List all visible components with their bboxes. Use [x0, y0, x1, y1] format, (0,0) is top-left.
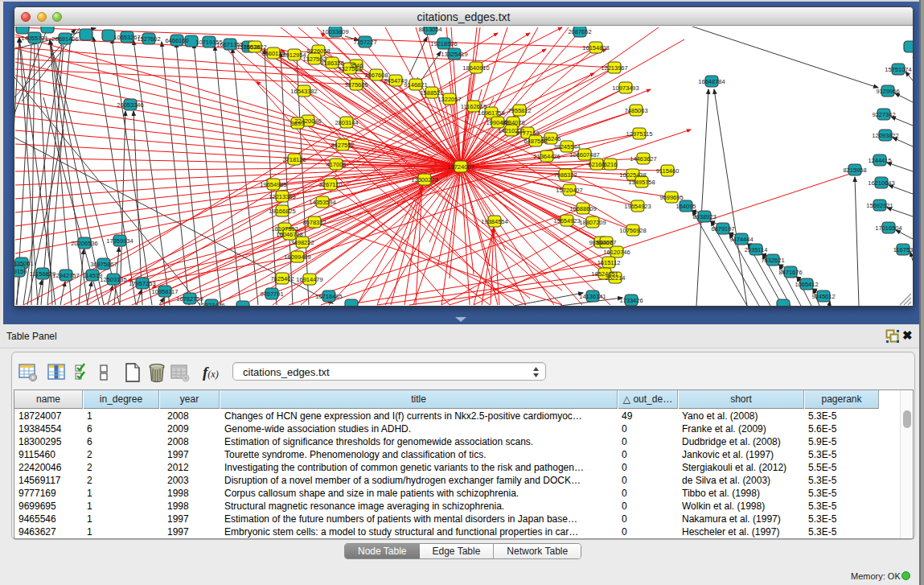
svg-text:10033809: 10033809: [322, 28, 348, 35]
svg-text:12323446: 12323446: [198, 302, 224, 306]
svg-text:19218506: 19218506: [430, 40, 457, 47]
svg-text:19654985: 19654985: [260, 181, 286, 188]
svg-text:21364436: 21364436: [533, 153, 560, 160]
svg-text:12975115: 12975115: [626, 130, 653, 138]
svg-text:12503135: 12503135: [100, 276, 126, 283]
svg-text:8471676: 8471676: [778, 269, 802, 276]
svg-text:746246: 746246: [540, 135, 561, 142]
svg-text:11156829: 11156829: [30, 270, 55, 278]
svg-text:30975867: 30975867: [90, 261, 117, 268]
svg-text:164095: 164095: [676, 203, 696, 210]
svg-text:15751074: 15751074: [885, 66, 911, 73]
svg-text:16210643: 16210643: [868, 179, 894, 187]
svg-text:834067: 834067: [596, 239, 616, 246]
svg-text:18724007: 18724007: [447, 163, 474, 171]
svg-text:14463627: 14463627: [630, 155, 656, 163]
svg-text:252214: 252214: [605, 274, 625, 282]
svg-text:17359934: 17359934: [106, 237, 133, 245]
svg-text:7986322: 7986322: [553, 171, 577, 179]
svg-text:8427552: 8427552: [331, 142, 354, 149]
svg-text:39159: 39159: [14, 268, 27, 275]
svg-text:8215958: 8215958: [843, 167, 866, 174]
svg-text:9457791: 9457791: [260, 290, 283, 298]
svg-text:7955812: 7955812: [507, 107, 531, 114]
svg-text:16154808: 16154808: [582, 44, 609, 51]
svg-text:10025438: 10025438: [619, 171, 646, 179]
svg-text:16648784: 16648784: [698, 78, 725, 85]
svg-text:108607487: 108607487: [569, 151, 600, 159]
svg-text:1244415: 1244415: [868, 157, 891, 164]
svg-text:14055721: 14055721: [21, 35, 47, 42]
svg-text:19654923: 19654923: [624, 203, 651, 210]
svg-text:417006: 417006: [326, 161, 346, 168]
svg-text:8813054: 8813054: [418, 27, 441, 33]
svg-text:12213369: 12213369: [269, 193, 295, 200]
svg-text:16914479: 16914479: [296, 276, 322, 283]
svg-text:9474444: 9474444: [729, 236, 753, 243]
svg-text:9115460: 9115460: [656, 167, 680, 175]
svg-text:14136141: 14136141: [579, 293, 606, 300]
svg-text:6466160: 6466160: [165, 37, 188, 44]
svg-text:13325419: 13325419: [441, 51, 467, 58]
svg-text:18807209: 18807209: [579, 219, 606, 226]
svg-text:2087652: 2087652: [568, 28, 591, 35]
svg-text:13300273: 13300273: [411, 176, 437, 183]
svg-text:9245612: 9245612: [811, 293, 835, 300]
svg-text:12093822: 12093822: [872, 132, 898, 139]
svg-text:7485063: 7485063: [624, 107, 647, 114]
svg-text:12942757: 12942757: [52, 272, 79, 279]
svg-text:20053346: 20053346: [117, 101, 143, 109]
svg-text:8678332: 8678332: [302, 219, 326, 226]
svg-text:9734078: 9734078: [501, 119, 524, 126]
svg-text:20691406: 20691406: [51, 35, 78, 43]
svg-text:9660124: 9660124: [261, 50, 285, 57]
svg-text:2335061: 2335061: [14, 260, 34, 267]
svg-text:1733426: 1733426: [619, 297, 643, 304]
svg-text:1065412: 1065412: [795, 281, 818, 288]
svg-text:6216: 6216: [604, 161, 618, 168]
svg-text:19166825: 19166825: [269, 208, 295, 215]
svg-text:14353594: 14353594: [309, 199, 335, 206]
svg-text:6879197: 6879197: [711, 225, 734, 233]
svg-text:7625402: 7625402: [270, 275, 294, 282]
svg-text:19384554: 19384554: [481, 218, 507, 225]
svg-text:15692921: 15692921: [866, 202, 893, 209]
svg-text:17016504: 17016504: [875, 225, 901, 232]
svg-text:9899: 9899: [291, 120, 305, 127]
svg-text:17957253: 17957253: [129, 280, 155, 287]
svg-text:12213967: 12213967: [601, 64, 627, 72]
svg-text:20206536: 20206536: [71, 240, 97, 247]
svg-text:10756928: 10756928: [619, 227, 646, 234]
svg-text:9146821: 9146821: [404, 81, 427, 89]
svg-text:9699695: 9699695: [659, 194, 683, 201]
svg-text:62160: 62160: [589, 161, 606, 168]
svg-text:19654923: 19654923: [553, 217, 580, 225]
svg-text:15716485: 15716485: [315, 293, 342, 300]
svg-text:7632621: 7632621: [761, 257, 784, 264]
svg-text:16120746: 16120746: [603, 249, 630, 256]
svg-text:18640910: 18640910: [462, 64, 489, 72]
svg-text:16961758: 16961758: [478, 109, 504, 117]
svg-text:1615112: 1615112: [598, 259, 621, 266]
svg-text:16046798: 16046798: [276, 231, 302, 238]
svg-text:13495758: 13495758: [628, 179, 655, 186]
svg-text:10973493: 10973493: [612, 84, 639, 92]
svg-text:1527602: 1527602: [137, 35, 160, 43]
svg-text:1322057: 1322057: [437, 96, 461, 103]
svg-text:9227342: 9227342: [872, 111, 895, 118]
svg-text:8938923: 8938923: [692, 213, 716, 220]
svg-text:9777169: 9777169: [515, 130, 539, 137]
svg-text:5226058: 5226058: [306, 47, 330, 55]
svg-text:3267110: 3267110: [319, 181, 343, 188]
svg-text:15720407: 15720407: [556, 187, 582, 194]
svg-text:10958117: 10958117: [152, 288, 179, 295]
svg-text:3498222: 3498222: [290, 239, 314, 246]
svg-text:16099489: 16099489: [284, 253, 310, 261]
svg-text:2803144: 2803144: [335, 119, 358, 126]
svg-text:3875685: 3875685: [344, 81, 368, 89]
svg-text:16543382: 16543382: [290, 88, 317, 95]
svg-text:38245544: 38245544: [553, 143, 580, 150]
svg-text:2718126: 2718126: [282, 156, 306, 163]
svg-text:9129966: 9129966: [876, 88, 899, 95]
svg-text:10688609: 10688609: [569, 205, 596, 212]
